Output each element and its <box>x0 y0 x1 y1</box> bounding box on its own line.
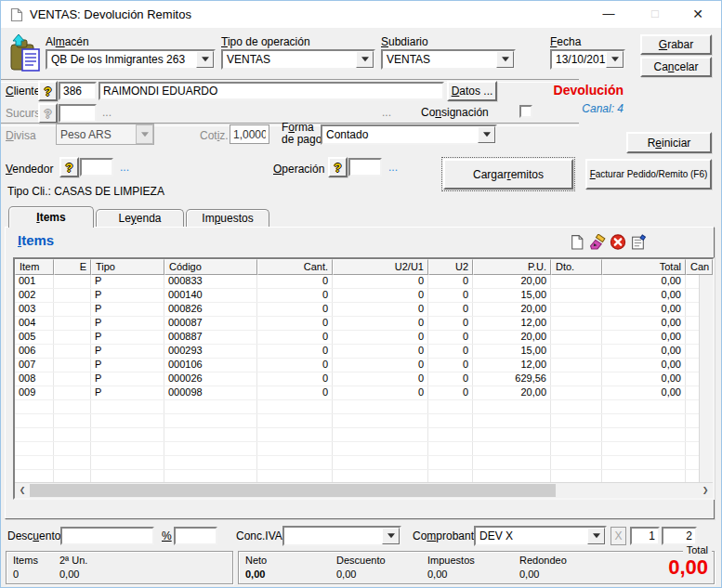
dropdown-arrow-icon[interactable] <box>587 528 605 544</box>
table-cell <box>164 470 257 483</box>
scrollbar-thumb[interactable] <box>30 484 556 497</box>
conc-iva-combobox[interactable] <box>282 526 401 546</box>
table-cell <box>473 400 551 413</box>
subdiario-value: VENTAS <box>387 53 430 66</box>
table-cell <box>602 414 686 427</box>
table-cell: 0 <box>257 289 333 302</box>
reiniciar-button[interactable]: Reiniciar <box>626 132 712 153</box>
tab-items[interactable]: Items <box>8 206 94 228</box>
cliente-lookup-button[interactable]: ? <box>38 81 58 101</box>
properties-icon[interactable] <box>630 234 647 250</box>
cliente-label: Cliente <box>6 85 40 98</box>
vendedor-field[interactable] <box>80 158 113 176</box>
table-row-empty <box>15 400 700 414</box>
sucursal-field[interactable] <box>59 104 97 123</box>
column-header: Código <box>164 259 257 275</box>
new-item-icon[interactable] <box>569 234 585 250</box>
vertical-scrollbar[interactable] <box>699 275 713 483</box>
table-row[interactable]: 001P00083300020,000,00 <box>15 275 700 289</box>
table-cell: 0 <box>333 359 428 372</box>
table-cell: 007 <box>15 359 54 372</box>
table-cell: 0,00 <box>602 275 686 288</box>
tab-impuestos[interactable]: Impuestos <box>186 209 269 228</box>
table-cell <box>91 400 164 413</box>
table-row[interactable]: 007P00010600012,000,00 <box>15 359 700 372</box>
delete-item-icon[interactable] <box>610 234 626 250</box>
comprobante-combobox[interactable]: DEV X <box>474 526 607 546</box>
table-cell <box>428 456 473 469</box>
totals-box: Total Neto 0,00 Descuento 0,00 Impuestos… <box>238 551 715 584</box>
facturar-pedido-remito-button[interactable]: Facturar Pedido/Remito (F6) <box>585 159 712 189</box>
items-table-grid: 001P00083300020,000,00002P00014000015,00… <box>15 275 700 483</box>
descuento-field[interactable] <box>60 527 154 545</box>
table-row[interactable]: 008P000026000629,560,00 <box>15 372 700 386</box>
dropdown-arrow-icon[interactable] <box>478 126 495 143</box>
edit-item-icon[interactable] <box>589 234 606 250</box>
table-cell: 0 <box>333 331 428 344</box>
table-cell <box>686 442 700 455</box>
table-row[interactable]: 005P00088700020,000,00 <box>15 331 700 345</box>
forma-pago-combobox[interactable]: Contado <box>321 124 497 145</box>
impuestos-label: Impuestos <box>427 555 475 566</box>
tipo-operacion-value: VENTAS <box>227 53 270 66</box>
operacion-field[interactable] <box>348 158 382 176</box>
table-cell <box>686 400 700 413</box>
cargar-remitos-button[interactable]: Cargar remitos <box>443 159 573 189</box>
table-cell <box>551 275 602 288</box>
table-cell <box>551 414 602 427</box>
tab-leyenda[interactable]: Leyenda <box>96 209 184 228</box>
scroll-right-icon[interactable]: ❯ <box>698 483 713 498</box>
comprobante-num1-field[interactable] <box>630 527 660 545</box>
datos-button[interactable]: Datos ... <box>447 81 497 101</box>
un2-value: 0,00 <box>59 568 79 580</box>
tipo-operacion-combobox[interactable]: VENTAS <box>221 49 375 70</box>
table-row[interactable]: 006P00029300015,000,00 <box>15 345 700 359</box>
close-button[interactable]: ✕ <box>676 1 719 27</box>
table-cell <box>473 442 551 455</box>
cotiz-field <box>230 124 269 144</box>
subdiario-combobox[interactable]: VENTAS <box>381 49 516 70</box>
table-cell <box>54 331 91 344</box>
table-cell <box>257 470 333 483</box>
dropdown-arrow-icon[interactable] <box>606 51 624 68</box>
table-row[interactable]: 004P00008700012,000,00 <box>15 317 700 331</box>
table-cell <box>686 331 700 344</box>
table-cell <box>91 470 164 483</box>
cliente-codigo-field[interactable] <box>59 82 97 100</box>
minimize-button[interactable]: — <box>587 1 630 27</box>
scroll-left-icon[interactable]: ❮ <box>15 483 30 498</box>
vendedor-dots[interactable]: ... <box>120 161 129 174</box>
table-cell: 0 <box>257 303 333 316</box>
dropdown-arrow-icon[interactable] <box>356 51 374 68</box>
fecha-picker[interactable]: 13/10/2017 <box>550 49 625 70</box>
table-row[interactable]: 009P00009800020,000,00 <box>15 386 700 400</box>
cancelar-button[interactable]: Cancelar <box>640 57 712 77</box>
operacion-lookup-button[interactable]: ? <box>328 157 348 177</box>
table-cell: 0 <box>257 331 333 344</box>
horizontal-scrollbar[interactable]: ❮ ❯ <box>15 482 713 498</box>
table-row[interactable]: 003P00082600020,000,00 <box>15 303 700 317</box>
cliente-nombre-field[interactable] <box>98 82 444 100</box>
consignacion-checkbox[interactable] <box>519 105 532 118</box>
table-cell <box>54 386 91 399</box>
grabar-button[interactable]: Grabar <box>640 34 712 55</box>
window-title: VENTAS: Devolución Remitos <box>30 7 191 21</box>
column-header: Tipo <box>91 259 164 275</box>
table-cell: 0 <box>333 303 428 316</box>
operacion-dots[interactable]: ... <box>388 161 398 174</box>
table-cell: P <box>91 345 164 358</box>
items-count-label: Items <box>13 555 38 566</box>
table-row[interactable]: 002P00014000015,000,00 <box>15 289 700 303</box>
percent-field[interactable] <box>174 527 217 545</box>
dropdown-arrow-icon[interactable] <box>496 51 514 68</box>
dropdown-arrow-icon[interactable] <box>382 528 400 544</box>
titlebar[interactable]: VENTAS: Devolución Remitos — □ ✕ <box>1 1 721 28</box>
table-cell: P <box>91 289 164 302</box>
vendedor-lookup-button[interactable]: ? <box>59 157 79 177</box>
descuento-total-label: Descuento <box>336 555 386 566</box>
table-cell: 0 <box>257 372 333 385</box>
dropdown-arrow-icon[interactable] <box>196 51 214 68</box>
almacen-combobox[interactable]: QB De los Inmigrantes 263 <box>46 49 216 70</box>
comprobante-num2-field[interactable] <box>662 527 697 545</box>
table-cell: 000087 <box>164 317 257 330</box>
